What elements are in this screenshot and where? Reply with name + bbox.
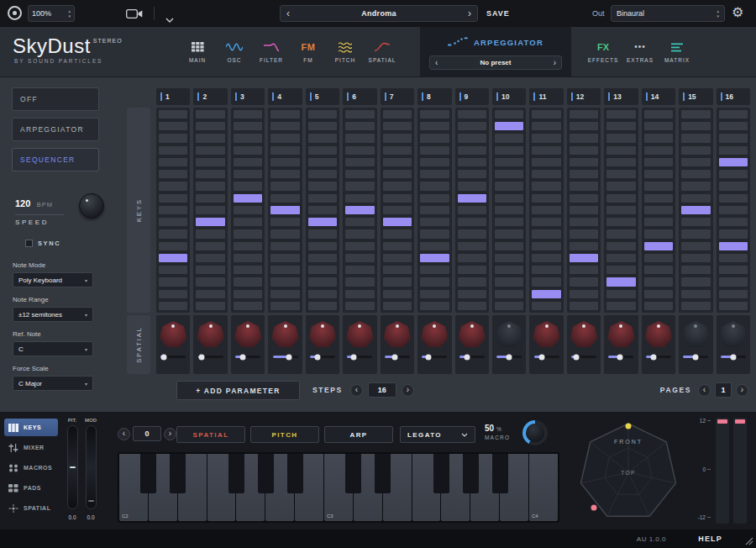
step-cell[interactable] <box>234 110 262 119</box>
piano-black-key[interactable] <box>492 454 508 493</box>
spatial-knob[interactable] <box>197 321 224 349</box>
step-cell[interactable] <box>532 302 560 310</box>
step-cell[interactable] <box>383 302 412 310</box>
step-cell[interactable] <box>345 194 374 203</box>
step-cell[interactable] <box>495 170 523 178</box>
step-cell[interactable] <box>270 170 299 178</box>
step-cell[interactable] <box>458 122 486 130</box>
spatial-knob[interactable] <box>346 321 374 349</box>
chevron-down-icon[interactable] <box>165 11 174 26</box>
step-slider[interactable] <box>310 356 335 358</box>
mode-button-sequencer[interactable]: SEQUENCER <box>12 148 99 171</box>
spatial-knob[interactable] <box>458 321 486 349</box>
slider-thumb[interactable] <box>617 354 622 360</box>
steps-decrement-icon[interactable]: ‹ <box>350 384 363 397</box>
step-cell[interactable] <box>495 110 523 119</box>
step-cell[interactable] <box>308 170 337 178</box>
slider-thumb[interactable] <box>314 354 320 360</box>
slider-thumb[interactable] <box>425 354 431 360</box>
step-cell[interactable] <box>719 170 748 178</box>
step-cell[interactable] <box>458 182 486 190</box>
step-cell[interactable] <box>532 254 560 262</box>
step-cell[interactable] <box>458 158 486 166</box>
step-slider[interactable] <box>347 356 372 358</box>
speed-knob[interactable] <box>79 193 104 219</box>
step-cell[interactable] <box>345 218 374 226</box>
step-cell[interactable] <box>345 277 374 286</box>
step-header[interactable]: 11 <box>529 88 563 105</box>
step-cell[interactable] <box>570 206 598 214</box>
step-cell[interactable] <box>681 206 710 214</box>
step-cell[interactable] <box>644 110 673 119</box>
step-header[interactable]: 8 <box>417 88 451 105</box>
step-cell[interactable] <box>234 302 262 310</box>
help-button[interactable]: HELP <box>698 535 722 543</box>
video-camera-icon[interactable] <box>126 8 143 23</box>
step-cell[interactable] <box>383 182 412 190</box>
step-cell[interactable] <box>345 182 374 190</box>
step-cell[interactable] <box>383 110 412 119</box>
step-cell[interactable] <box>234 218 262 226</box>
step-cell[interactable] <box>644 266 673 274</box>
step-cell[interactable] <box>234 242 262 250</box>
step-cell[interactable] <box>606 110 635 119</box>
tab-arpeggiator[interactable]: ARPEGGIATOR ‹ No preset › <box>420 27 571 77</box>
step-cell[interactable] <box>159 229 187 238</box>
step-header[interactable]: 6 <box>343 88 376 105</box>
particle-dot-pink[interactable] <box>591 505 597 511</box>
step-cell[interactable] <box>308 158 337 166</box>
step-cell[interactable] <box>606 122 635 130</box>
step-header[interactable]: 13 <box>604 88 638 105</box>
step-cell[interactable] <box>532 146 560 155</box>
step-cell[interactable] <box>234 158 262 166</box>
slider-thumb[interactable] <box>693 354 699 360</box>
step-cell[interactable] <box>532 194 560 203</box>
step-cell[interactable] <box>159 254 187 262</box>
step-slider[interactable] <box>385 356 410 358</box>
step-cell[interactable] <box>420 218 449 226</box>
step-cell[interactable] <box>570 266 598 274</box>
step-cell[interactable] <box>270 277 299 286</box>
step-cell[interactable] <box>159 290 187 298</box>
step-cell[interactable] <box>495 122 523 130</box>
step-cell[interactable] <box>495 229 523 238</box>
step-cell[interactable] <box>159 218 187 226</box>
step-cell[interactable] <box>270 218 299 226</box>
step-cell[interactable] <box>383 290 412 298</box>
step-cell[interactable] <box>606 229 635 238</box>
step-cell[interactable] <box>159 110 187 119</box>
sync-checkbox[interactable] <box>25 240 33 247</box>
step-cell[interactable] <box>345 266 374 274</box>
step-cell[interactable] <box>719 242 748 250</box>
step-cell[interactable] <box>196 170 224 178</box>
step-slider[interactable] <box>646 356 671 358</box>
step-cell[interactable] <box>644 146 673 155</box>
output-stepper-icon[interactable]: ▴▾ <box>717 9 719 18</box>
step-cell[interactable] <box>570 277 598 286</box>
step-cell[interactable] <box>570 170 598 178</box>
step-cell[interactable] <box>234 182 262 190</box>
step-cell[interactable] <box>159 170 187 178</box>
step-cell[interactable] <box>644 218 673 226</box>
step-cell[interactable] <box>458 146 486 155</box>
step-header[interactable]: 14 <box>642 88 675 105</box>
step-cell[interactable] <box>234 194 262 203</box>
step-cell[interactable] <box>270 266 299 274</box>
step-cell[interactable] <box>458 290 486 298</box>
step-cell[interactable] <box>570 194 598 203</box>
step-header[interactable]: 1 <box>156 88 190 105</box>
step-cell[interactable] <box>644 277 673 286</box>
step-cell[interactable] <box>159 302 187 310</box>
step-cell[interactable] <box>383 170 412 178</box>
step-cell[interactable] <box>495 290 523 298</box>
tab-spatial[interactable]: SPATIAL <box>364 27 401 77</box>
step-cell[interactable] <box>570 229 598 238</box>
legato-select[interactable]: LEGATO <box>400 426 475 443</box>
step-cell[interactable] <box>159 242 187 250</box>
step-cell[interactable] <box>606 182 635 190</box>
step-cell[interactable] <box>270 254 299 262</box>
step-cell[interactable] <box>420 158 449 166</box>
piano-black-key[interactable] <box>170 454 186 493</box>
step-cell[interactable] <box>420 194 449 203</box>
tab-fm[interactable]: FMFM <box>290 27 327 77</box>
